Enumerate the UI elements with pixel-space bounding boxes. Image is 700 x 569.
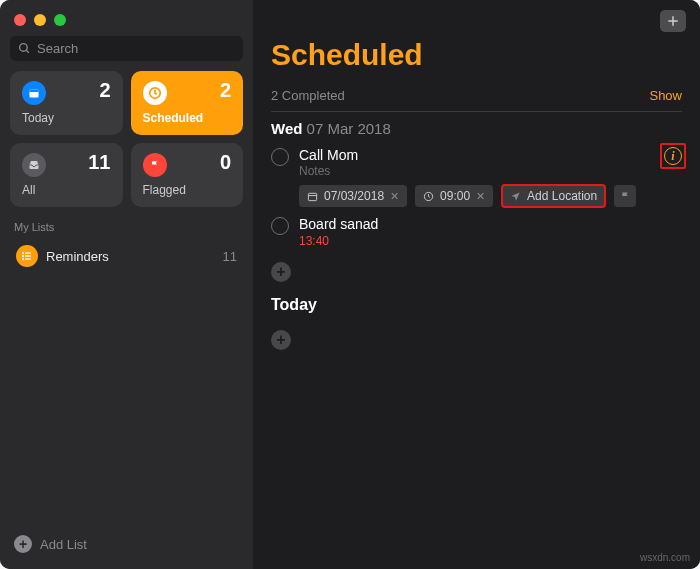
toolbar	[660, 10, 686, 32]
clear-date-button[interactable]: ✕	[390, 190, 399, 203]
flag-icon	[143, 153, 167, 177]
day-header: Wed 07 Mar 2018	[271, 120, 682, 137]
reminder-body: Call Mom Notes 07/03/2018 ✕ 09:0	[299, 147, 682, 208]
location-pill[interactable]: Add Location	[501, 184, 606, 208]
reminder-notes-input[interactable]: Notes	[299, 164, 682, 178]
day-of-week: Wed	[271, 120, 302, 137]
time-pill[interactable]: 09:00 ✕	[415, 185, 493, 207]
minimize-window-button[interactable]	[34, 14, 46, 26]
fullscreen-window-button[interactable]	[54, 14, 66, 26]
list-count: 11	[223, 249, 237, 264]
complete-toggle[interactable]	[271, 217, 289, 235]
reminder-item: Board sanad 13:40	[271, 216, 682, 248]
card-scheduled-count: 2	[220, 79, 231, 102]
today-section-header: Today	[271, 296, 682, 314]
card-today-label: Today	[22, 111, 111, 125]
location-arrow-icon	[510, 191, 521, 202]
tray-icon	[22, 153, 46, 177]
search-placeholder: Search	[37, 41, 78, 56]
card-all-label: All	[22, 183, 111, 197]
flag-toggle[interactable]	[614, 185, 636, 207]
svg-rect-13	[308, 193, 316, 200]
time-pill-value: 09:00	[440, 189, 470, 203]
calendar-icon	[22, 81, 46, 105]
card-scheduled[interactable]: 2 Scheduled	[131, 71, 244, 135]
plus-icon: +	[14, 535, 32, 553]
date-pill[interactable]: 07/03/2018 ✕	[299, 185, 407, 207]
new-reminder-button[interactable]	[660, 10, 686, 32]
summary-row: 2 Completed Show	[271, 88, 682, 112]
watermark: wsxdn.com	[640, 552, 690, 563]
calendar-small-icon	[307, 191, 318, 202]
add-list-button[interactable]: + Add List	[10, 529, 243, 559]
add-reminder-button-wed[interactable]: +	[271, 262, 291, 282]
svg-line-1	[26, 50, 29, 53]
svg-point-10	[23, 259, 24, 260]
complete-toggle[interactable]	[271, 148, 289, 166]
list-name: Reminders	[46, 249, 215, 264]
card-flagged[interactable]: 0 Flagged	[131, 143, 244, 207]
clock-small-icon	[423, 191, 434, 202]
reminder-title: Board sanad	[299, 216, 682, 232]
add-list-label: Add List	[40, 537, 87, 552]
card-flagged-label: Flagged	[143, 183, 232, 197]
window-controls	[10, 8, 243, 36]
card-all[interactable]: 11 All	[10, 143, 123, 207]
list-row-reminders[interactable]: Reminders 11	[10, 239, 243, 273]
info-highlight: i	[660, 143, 686, 169]
search-icon	[18, 42, 31, 55]
card-scheduled-label: Scheduled	[143, 111, 232, 125]
svg-point-9	[23, 256, 24, 257]
my-lists-header: My Lists	[14, 221, 239, 233]
info-button[interactable]: i	[664, 147, 682, 165]
clock-icon	[143, 81, 167, 105]
card-flagged-count: 0	[220, 151, 231, 174]
location-pill-label: Add Location	[527, 189, 597, 203]
list-icon	[16, 245, 38, 267]
reminder-title-input[interactable]: Call Mom	[299, 147, 682, 163]
svg-point-8	[23, 253, 24, 254]
reminder-item-editing: Call Mom Notes 07/03/2018 ✕ 09:0	[271, 147, 682, 208]
show-completed-button[interactable]: Show	[649, 88, 682, 103]
svg-point-0	[20, 44, 28, 52]
page-title: Scheduled	[271, 38, 682, 72]
day-date: 07 Mar 2018	[307, 120, 391, 137]
reminder-body[interactable]: Board sanad 13:40	[299, 216, 682, 248]
reminder-detail-pills: 07/03/2018 ✕ 09:00 ✕ Add L	[299, 184, 682, 208]
main-content: Scheduled 2 Completed Show Wed 07 Mar 20…	[253, 0, 700, 569]
search-field[interactable]: Search	[10, 36, 243, 61]
clear-time-button[interactable]: ✕	[476, 190, 485, 203]
card-today[interactable]: 2 Today	[10, 71, 123, 135]
date-pill-value: 07/03/2018	[324, 189, 384, 203]
app-window: Search 2 Today 2 Scheduled	[0, 0, 700, 569]
smart-list-cards: 2 Today 2 Scheduled 11 All	[10, 71, 243, 207]
add-reminder-button-today[interactable]: +	[271, 330, 291, 350]
card-today-count: 2	[99, 79, 110, 102]
close-window-button[interactable]	[14, 14, 26, 26]
completed-count: 2 Completed	[271, 88, 345, 103]
card-all-count: 11	[88, 151, 110, 174]
reminder-due-time: 13:40	[299, 234, 682, 248]
sidebar: Search 2 Today 2 Scheduled	[0, 0, 253, 569]
svg-rect-3	[30, 90, 39, 93]
